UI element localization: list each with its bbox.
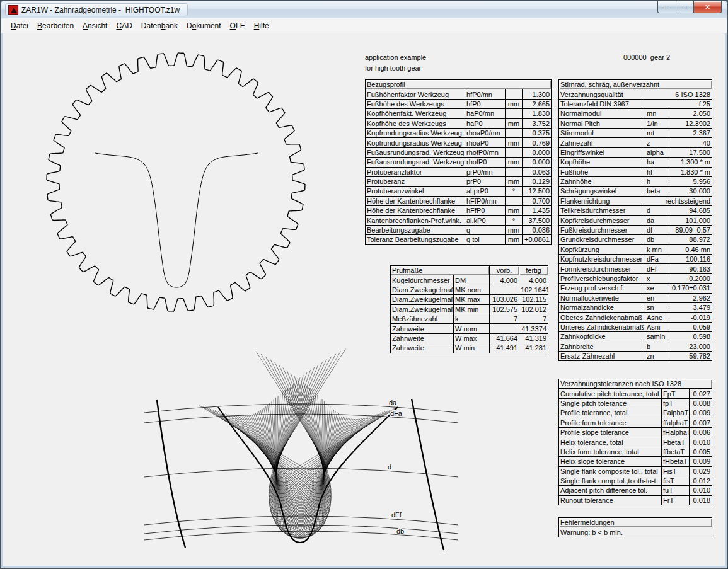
table-row: Profile tolerance, totalFalphaT0.009 xyxy=(559,408,712,418)
minimize-icon: – xyxy=(665,4,669,11)
cell: 23.000 xyxy=(669,342,712,351)
table-stirnrad: Stirnrad, schräg, außenverzahntVerzahnun… xyxy=(558,79,712,361)
cell: 0.46 mn xyxy=(669,244,712,254)
menu-item-ansicht[interactable]: Ansicht xyxy=(78,20,112,32)
cell: Kugeldurchmesser xyxy=(391,275,454,285)
cell: 100.116 xyxy=(669,255,712,264)
cell: en xyxy=(645,293,669,302)
table-row: Zähnezahlz40 xyxy=(559,138,712,147)
cell: 5.956 xyxy=(669,176,712,186)
cell: Meßzähnezahl xyxy=(391,314,454,323)
cell: 1.830 * m xyxy=(669,167,712,176)
cell: hFfP0/mn xyxy=(465,196,506,205)
table-row: Flankenrichtungrechtssteigend xyxy=(559,196,712,205)
cell xyxy=(506,109,523,118)
cell: k xyxy=(454,314,490,323)
cell: Fußkreisdurchmesser xyxy=(559,225,645,234)
cell: Normalmodul xyxy=(559,109,645,118)
table-row: Kopfrundungsradius WerkzeugrhoaP0/mn0.37… xyxy=(366,128,552,137)
cell: Profile slope tolerance xyxy=(559,427,662,437)
table-row: Zahnbreiteb23.000 xyxy=(559,342,712,351)
cell: 1/in xyxy=(645,118,669,128)
cell: -0.059 xyxy=(669,322,712,331)
cell: 7 xyxy=(519,314,548,323)
menu-item-datenbank[interactable]: Datenbank xyxy=(137,20,182,32)
table-fehlermeldungen-header-cell: Fehlermeldungen xyxy=(559,518,712,527)
menu-item-bearbeiten[interactable]: Bearbeiten xyxy=(33,20,78,32)
cell: Toleranz Bearbeitungszugabe xyxy=(366,235,465,244)
cell: 0.005 xyxy=(690,447,712,456)
cell: hf xyxy=(645,167,669,176)
cell: Zähnezahl xyxy=(559,138,645,147)
cell: Single flank comp.tol.,tooth-to-t. xyxy=(559,476,662,485)
menu-item-ole[interactable]: OLE xyxy=(226,20,250,32)
cell: Schrägungswinkel xyxy=(559,187,645,196)
table-toleranzen-header-row: Verzahnungstoleranzen nach ISO 1328 xyxy=(559,379,712,389)
cell: Fußhöhe xyxy=(559,167,645,176)
cell: mm xyxy=(506,176,523,186)
cell: prP0 xyxy=(465,176,506,186)
cell: 0.018 xyxy=(690,495,712,505)
table-row: Single flank comp.tol.,tooth-to-t.fisT0.… xyxy=(559,476,712,485)
maximize-button[interactable]: □ xyxy=(676,1,693,13)
cell: mm xyxy=(506,99,523,108)
table-stirnrad-header-cell: Stirnrad, schräg, außenverzahnt xyxy=(559,80,712,89)
cell: prP0/mn xyxy=(465,167,506,176)
table-row: Kopfkürzungk mn0.46 mn xyxy=(559,244,712,254)
cell: Kopfnutzkreisdurchmesser xyxy=(559,255,645,264)
cell: Flankenrichtung xyxy=(559,196,645,205)
cell: Kopfhöhenfakt. Werkzeug xyxy=(366,109,465,118)
cell: mm xyxy=(506,118,523,128)
annotation-line2: for high tooth gear xyxy=(365,64,421,72)
table-pruefmasse-header-cell: fertig xyxy=(519,266,548,275)
cell: 0.010 xyxy=(690,437,712,447)
cell: DM xyxy=(454,275,490,285)
window-title: ZAR1W - Zahnradgeometrie - HIGHTOOT.z1w xyxy=(21,6,180,14)
cell: al.prP0 xyxy=(465,187,506,196)
cell: Zahnweite xyxy=(391,324,454,333)
cell: db xyxy=(645,235,669,244)
cell: ha xyxy=(645,158,669,167)
menu-item-cad[interactable]: CAD xyxy=(112,20,136,32)
cell: hfP0 xyxy=(465,99,506,108)
client-area: application example for high tooth gear … xyxy=(3,33,725,566)
menu-item-hilfe[interactable]: Hilfe xyxy=(250,20,274,32)
close-button[interactable]: ✕ xyxy=(693,1,722,13)
table-row: Kopfhöheha1.300 * m xyxy=(559,158,712,167)
cell: 41.319 xyxy=(519,333,548,343)
cell: 101.000 xyxy=(669,216,712,225)
table-stirnrad-header-row: Stirnrad, schräg, außenverzahnt xyxy=(559,80,712,89)
cell xyxy=(506,89,523,99)
cell: rhoaP0 xyxy=(465,138,506,147)
minimize-button[interactable]: – xyxy=(657,1,676,13)
menu-item-dokument[interactable]: Dokument xyxy=(182,20,226,32)
cell: 0.008 xyxy=(690,398,712,408)
cell: mm xyxy=(506,235,523,244)
cell: 4.000 xyxy=(490,275,519,285)
cell: Warnung: b < b min. xyxy=(559,527,712,537)
table-row: Fußausrundungsrad. WerkzeugrhofP0/mn0.00… xyxy=(366,147,552,157)
table-row: Fußhöhehf1.830 * m xyxy=(559,167,712,176)
cell: xe xyxy=(645,284,669,293)
cell: 0.129 xyxy=(523,176,552,186)
cell: h xyxy=(645,176,669,186)
cell: b xyxy=(645,342,669,351)
table-row: Kantenbrechflanken-Prof.wink.al.kP0°37.5… xyxy=(366,216,552,225)
cell: Profile form tolerance xyxy=(559,418,662,427)
table-row: Runout toleranceFrT0.018 xyxy=(559,495,712,505)
cell: k mn xyxy=(645,244,669,254)
cell: rechtssteigend xyxy=(645,196,712,205)
title-bar[interactable]: ZAR1W - Zahnradgeometrie - HIGHTOOT.z1w … xyxy=(1,1,727,18)
cell: Helix form tolerance, total xyxy=(559,447,662,456)
cell: 2.367 xyxy=(669,128,712,137)
gear-id-label: 000000 gear 2 xyxy=(623,54,670,61)
menu-item-datei[interactable]: Datei xyxy=(6,20,33,32)
cell: samin xyxy=(645,332,669,342)
table-row: Single flank composite tol., totalFisT0.… xyxy=(559,466,712,476)
cell: Fußhöhenfaktor Werkzeug xyxy=(366,89,465,99)
cell: Normal Pitch xyxy=(559,118,645,128)
table-row: Eingriffswinkelalpha17.500 xyxy=(559,147,712,157)
cell: da xyxy=(645,216,669,225)
cell: FrT xyxy=(662,495,690,505)
cell: 3.479 xyxy=(669,302,712,312)
